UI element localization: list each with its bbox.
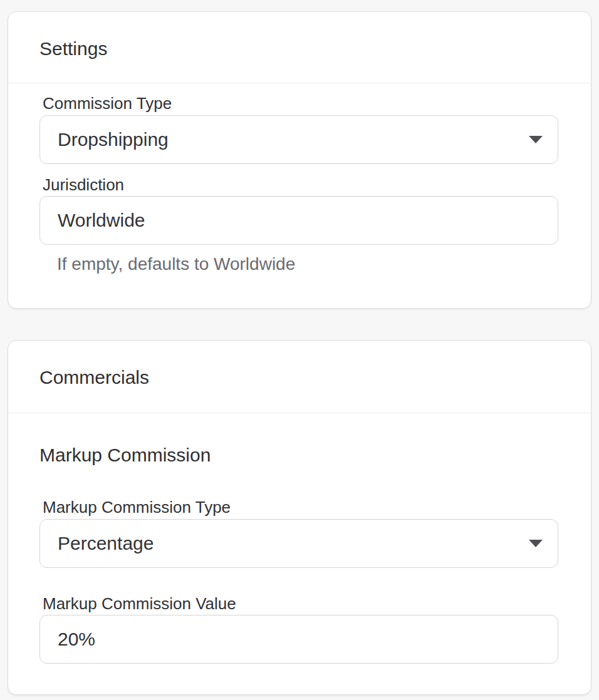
caret-down-icon [529,136,543,143]
jurisdiction-helper-text: If empty, defaults to Worldwide [39,255,558,274]
settings-card-header: Settings [8,12,591,83]
commission-type-label: Commission Type [43,93,558,113]
commercials-card-header: Commercials [8,341,591,413]
markup-commission-type-selected-value: Percentage [58,533,154,554]
commission-type-select[interactable]: Dropshipping [39,115,558,164]
jurisdiction-input[interactable] [39,196,558,245]
markup-commission-type-label: Markup Commission Type [43,497,558,517]
markup-commission-heading: Markup Commission [39,443,558,467]
settings-card-body: Commission Type Dropshipping Jurisdictio… [8,93,591,308]
commission-type-selected-value: Dropshipping [58,129,169,150]
caret-down-icon [529,540,543,547]
settings-card: Settings Commission Type Dropshipping Ju… [8,11,591,309]
jurisdiction-label: Jurisdiction [43,175,558,195]
settings-card-title: Settings [39,37,560,61]
markup-commission-type-select[interactable]: Percentage [39,519,558,568]
commercials-card-title: Commercials [39,366,560,389]
commercials-card-body: Markup Commission Markup Commission Type… [8,443,591,694]
markup-commission-value-label: Markup Commission Value [43,594,558,614]
commercials-card: Commercials Markup Commission Markup Com… [8,340,591,695]
markup-commission-value-input[interactable] [39,615,558,664]
